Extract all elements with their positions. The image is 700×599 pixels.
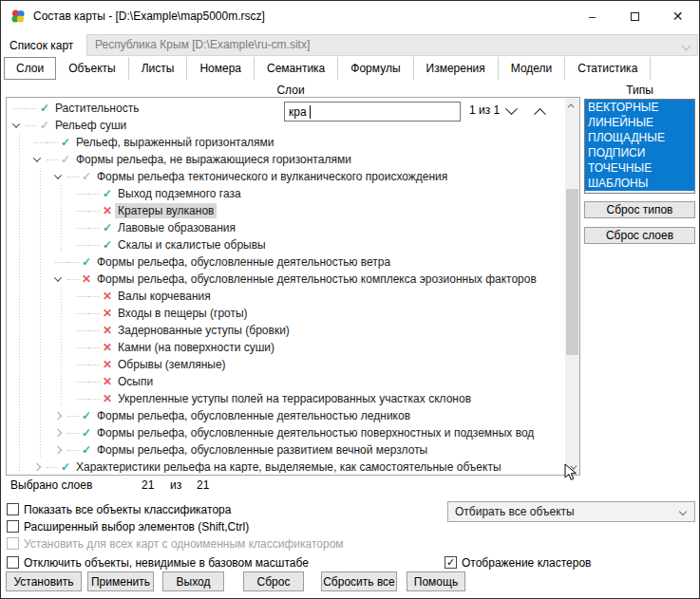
clusters-checkbox-row[interactable]: ✓ Отображение кластеров	[445, 555, 591, 570]
map-list-combobox[interactable]: Республика Крым [D:\Example\ru-cm.sitx]	[86, 34, 698, 56]
tree-row-label[interactable]: Укрепленные уступы полей на террасирован…	[115, 391, 474, 406]
scroll-up-icon[interactable]	[565, 98, 579, 113]
tree-row-label[interactable]: Обрывы (земляные)	[115, 357, 229, 372]
tab-Слои[interactable]: Слои	[4, 57, 56, 80]
tab-Объекты[interactable]: Объекты	[56, 57, 129, 80]
reset-layers-button[interactable]: Сброс слоев	[584, 227, 695, 244]
tree-row-label[interactable]: Валы корчевания	[115, 289, 214, 304]
tab-Статистика[interactable]: Статистика	[565, 57, 651, 80]
tree-row[interactable]: ✓Формы рельефа, не выражающиеся горизонт…	[7, 151, 564, 168]
cross-icon[interactable]: ✕	[100, 358, 115, 371]
footer-button-2[interactable]: Применить	[87, 571, 154, 591]
tree-row[interactable]: ✓Выход подземного газа	[7, 185, 564, 202]
cross-icon[interactable]: ✕	[100, 324, 115, 337]
find-next-button[interactable]	[499, 102, 523, 121]
tree-row[interactable]: ✕Укрепленные уступы полей на террасирова…	[7, 390, 564, 407]
tree-row[interactable]: ✓Характеристики рельефа на карте, выделя…	[7, 459, 564, 473]
tree-row[interactable]: ✓Формы рельефа, обусловленные деятельнос…	[7, 253, 564, 271]
checkbox-row[interactable]: Показать все объекты классификатора	[7, 502, 231, 516]
tree-row-label[interactable]: Кратеры вулканов	[115, 203, 217, 218]
tree-row[interactable]: ✕Формы рельефа, обусловленные деятельнос…	[7, 271, 564, 288]
expand-closed-icon[interactable]	[55, 430, 67, 436]
tree-row[interactable]: ✕Осыпи	[7, 373, 564, 390]
tab-Формулы[interactable]: Формулы	[338, 57, 413, 80]
tree-row-label[interactable]: Рельеф суши	[52, 118, 129, 133]
type-item[interactable]: ВЕКТОРНЫЕ	[585, 100, 694, 115]
tab-Измерения[interactable]: Измерения	[414, 57, 499, 80]
tree-row[interactable]: ✓Лавовые образования	[7, 219, 564, 236]
check-icon[interactable]: ✓	[37, 119, 52, 132]
type-item[interactable]: ШАБЛОНЫ	[585, 176, 694, 191]
check-icon[interactable]: ✓	[79, 443, 94, 457]
object-filter-dropdown[interactable]: Отбирать все объекты	[447, 501, 695, 522]
tab-Модели[interactable]: Модели	[499, 57, 566, 80]
scrollbar-thumb[interactable]	[566, 189, 578, 355]
tree-row[interactable]: ✓Рельеф, выраженный горизонталями	[7, 134, 564, 151]
check-icon[interactable]: ✓	[79, 409, 94, 422]
cross-icon[interactable]: ✕	[100, 204, 115, 217]
tree-row-label[interactable]: Задернованные уступы (бровки)	[115, 323, 293, 338]
maximize-icon[interactable]	[614, 1, 656, 31]
tree-row[interactable]: ✓Скалы и скалистые обрывы	[7, 236, 564, 253]
footer-button-1[interactable]: Установить	[6, 571, 82, 591]
check-icon[interactable]: ✓	[58, 136, 73, 149]
search-input[interactable]	[285, 103, 460, 121]
cross-icon[interactable]: ✕	[100, 290, 115, 303]
cross-icon[interactable]: ✕	[79, 272, 94, 286]
checkbox-icon[interactable]	[7, 520, 19, 533]
tree-row-label[interactable]: Формы рельефа, обусловленные деятельност…	[94, 408, 413, 423]
check-icon[interactable]: ✓	[79, 255, 94, 269]
cross-icon[interactable]: ✕	[100, 341, 115, 354]
check-icon[interactable]: ✓	[100, 221, 115, 234]
tree-row-label[interactable]: Формы рельефа, обусловленные развитием в…	[94, 442, 430, 458]
tree-row[interactable]: ✓Формы рельефа, обусловленные деятельнос…	[7, 407, 564, 424]
expand-open-icon[interactable]	[34, 157, 47, 162]
tree-row-label[interactable]: Формы рельефа тектонического и вулканиче…	[94, 169, 450, 184]
tree-row[interactable]: ✕Обрывы (земляные)	[7, 356, 564, 373]
expand-open-icon[interactable]	[55, 276, 67, 282]
tree-row-label[interactable]: Характеристики рельефа на карте, выделяе…	[73, 459, 504, 473]
tree-row-label[interactable]: Рельеф, выраженный горизонталями	[73, 135, 277, 150]
cross-icon[interactable]: ✕	[100, 375, 115, 388]
footer-button-6[interactable]: Помощь	[407, 571, 465, 591]
checkbox-icon[interactable]	[7, 503, 19, 515]
close-icon[interactable]: ✕	[656, 1, 699, 31]
tree-row[interactable]: ✓Формы рельефа, обусловленные деятельнос…	[7, 424, 564, 441]
check-icon[interactable]: ✓	[58, 460, 73, 473]
tree-row-label[interactable]: Формы рельефа, не выражающиеся горизонта…	[73, 152, 354, 167]
minimize-icon[interactable]: –	[571, 1, 614, 31]
expand-open-icon[interactable]	[13, 122, 26, 128]
expand-closed-icon[interactable]	[34, 464, 47, 470]
check-icon[interactable]: ✓	[79, 426, 94, 440]
cross-icon[interactable]: ✕	[100, 307, 115, 320]
tree-row-label[interactable]: Формы рельефа, обусловленные деятельност…	[94, 425, 537, 440]
tree-row-label[interactable]: Камни (на поверхности суши)	[115, 340, 277, 355]
tree-row[interactable]: ✓Формы рельефа тектонического и вулканич…	[7, 168, 564, 185]
type-item[interactable]: ПОДПИСИ	[585, 145, 694, 160]
tab-Номера[interactable]: Номера	[187, 57, 255, 80]
footer-button-4[interactable]: Сброс	[243, 571, 304, 591]
tree-row-label[interactable]: Выход подземного газа	[115, 186, 244, 201]
tree-row-label[interactable]: Формы рельефа, обусловленные деятельност…	[94, 254, 393, 270]
tab-Листы[interactable]: Листы	[129, 57, 188, 80]
type-item[interactable]: ЛИНЕЙНЫЕ	[585, 115, 694, 130]
tree-row-label[interactable]: Осыпи	[115, 374, 156, 389]
checkbox-row[interactable]: Отключить объекты, невидимые в базовом м…	[7, 555, 309, 570]
tree-row[interactable]: ✓Формы рельефа, обусловленные развитием …	[7, 441, 564, 459]
type-item[interactable]: ТОЧЕЧНЫЕ	[585, 160, 694, 176]
type-item[interactable]: ПЛОЩАДНЫЕ	[585, 130, 694, 145]
reset-types-button[interactable]: Сброс типов	[584, 201, 695, 218]
find-prev-button[interactable]	[527, 102, 552, 121]
tree-row-label[interactable]: Скалы и скалистые обрывы	[115, 237, 269, 253]
footer-button-5[interactable]: Сбросить все	[321, 571, 397, 591]
tree-row[interactable]: ✕Валы корчевания	[7, 288, 564, 305]
checkbox-icon[interactable]	[7, 556, 19, 569]
tree-row-label[interactable]: Лавовые образования	[115, 220, 238, 235]
expand-closed-icon[interactable]	[55, 413, 67, 419]
tree-row[interactable]: ✕Задернованные уступы (бровки)	[7, 322, 564, 339]
tree-row[interactable]: ✕Камни (на поверхности суши)	[7, 339, 564, 356]
tab-Семантика[interactable]: Семантика	[255, 57, 338, 80]
check-icon[interactable]: ✓	[58, 153, 73, 166]
footer-button-3[interactable]: Выход	[162, 571, 224, 591]
tree-row-label[interactable]: Формы рельефа, обусловленные деятельност…	[94, 271, 539, 287]
